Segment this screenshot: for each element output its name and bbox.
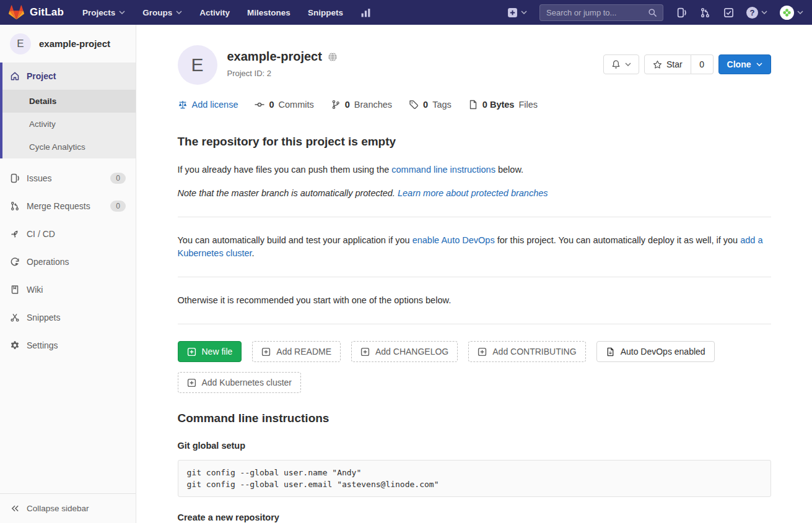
chevron-down-icon <box>521 11 527 14</box>
otherwise-text: Otherwise it is recommended you start wi… <box>178 294 771 307</box>
sidebar-item-merge-requests[interactable]: Merge Requests 0 <box>0 192 136 220</box>
issues-dashboard-icon[interactable] <box>676 7 687 18</box>
tags-count: 0 <box>423 100 428 110</box>
code-line: git config --global user.email "astevens… <box>187 478 762 490</box>
merge-requests-dashboard-icon[interactable] <box>699 7 710 18</box>
sidebar-subitem-details[interactable]: Details <box>2 90 136 113</box>
add-readme-label: Add README <box>276 347 331 357</box>
push-instructions-text: If you already have files you can push t… <box>178 163 771 176</box>
nav-groups-label: Groups <box>142 8 172 17</box>
sidebar-item-wiki[interactable]: Wiki <box>0 275 136 303</box>
nav-activity[interactable]: Activity <box>199 8 230 17</box>
chevron-down-icon <box>119 11 125 14</box>
sidebar-nav: Project Details Activity Cycle Analytics… <box>0 63 136 359</box>
sidebar-item-operations[interactable]: Operations <box>0 248 136 275</box>
auto-devops-text: You can automatically build and test you… <box>178 234 771 260</box>
sidebar-item-snippets[interactable]: Snippets <box>0 303 136 331</box>
sidebar-item-merge-requests-label: Merge Requests <box>27 201 90 211</box>
sidebar-item-project[interactable]: Project <box>2 63 136 90</box>
plus-square-icon <box>507 7 518 18</box>
bar-chart-icon[interactable] <box>360 7 372 18</box>
issues-count-badge: 0 <box>110 173 126 184</box>
nav-groups[interactable]: Groups <box>142 8 182 17</box>
empty-repo-heading: The repository for this project is empty <box>178 135 771 149</box>
book-icon <box>10 285 20 295</box>
sidebar-item-settings[interactable]: Settings <box>0 331 136 359</box>
nav-milestones[interactable]: Milestones <box>247 8 290 17</box>
search-icon <box>648 8 657 17</box>
todos-icon[interactable] <box>723 7 734 18</box>
protected-branches-link[interactable]: Learn more about protected branches <box>398 188 548 198</box>
project-title: example-project <box>227 50 322 64</box>
divider <box>178 277 771 277</box>
sidebar-project-context[interactable]: E example-project <box>0 25 136 63</box>
add-kubernetes-cluster-button[interactable]: Add Kubernetes cluster <box>178 372 302 393</box>
chevron-down-icon <box>761 11 767 14</box>
sidebar-item-snippets-label: Snippets <box>27 313 60 322</box>
project-actions: Star 0 Clone <box>603 54 771 85</box>
sidebar-item-issues[interactable]: Issues 0 <box>0 164 136 192</box>
clone-button[interactable]: Clone <box>718 54 771 74</box>
sidebar-subitem-details-label: Details <box>29 97 56 106</box>
files-size: 0 Bytes <box>482 100 515 110</box>
star-icon <box>653 60 662 69</box>
plus-square-icon <box>261 347 271 357</box>
auto-devops-enabled-label: Auto DevOps enabled <box>621 347 705 357</box>
files-stat[interactable]: 0 Bytes Files <box>468 100 538 110</box>
scissors-icon <box>10 313 20 322</box>
add-changelog-label: Add CHANGELOG <box>375 347 448 357</box>
new-file-button[interactable]: New file <box>178 341 242 362</box>
code-line: git config --global user.name "Andy" <box>187 467 762 478</box>
sidebar-item-ci-cd[interactable]: CI / CD <box>0 220 136 248</box>
nav-snippets[interactable]: Snippets <box>308 8 343 17</box>
top-navbar: GitLab Projects Groups Activity Mileston… <box>0 0 812 25</box>
nav-milestones-label: Milestones <box>247 8 290 17</box>
add-readme-button[interactable]: Add README <box>252 341 341 362</box>
user-menu[interactable] <box>780 6 803 20</box>
operations-icon <box>10 257 20 267</box>
help-menu[interactable]: ? <box>746 7 767 19</box>
sidebar-subitem-cycle-analytics-label: Cycle Analytics <box>29 142 85 152</box>
tanuki-logo-icon <box>9 5 24 20</box>
add-contributing-label: Add CONTRIBUTING <box>492 347 576 357</box>
add-contributing-button[interactable]: Add CONTRIBUTING <box>468 341 585 362</box>
commits-stat[interactable]: 0 Commits <box>255 100 313 110</box>
new-menu-button[interactable] <box>507 7 527 18</box>
brand-wordmark: GitLab <box>30 6 64 19</box>
nav-projects[interactable]: Projects <box>82 8 125 17</box>
notifications-button[interactable] <box>603 54 639 74</box>
add-license-link[interactable]: Add license <box>178 100 238 110</box>
sidebar-subitem-cycle-analytics[interactable]: Cycle Analytics <box>2 136 136 158</box>
protected-branch-note: Note that the master branch is automatic… <box>178 187 771 200</box>
gitlab-home-link[interactable]: GitLab <box>9 5 64 20</box>
text-segment: You can automatically build and test you… <box>178 235 413 245</box>
nav-projects-label: Projects <box>82 8 115 17</box>
sidebar-subitem-activity-label: Activity <box>29 119 56 129</box>
sidebar-item-wiki-label: Wiki <box>27 285 43 295</box>
auto-devops-enabled-button[interactable]: Auto DevOps enabled <box>596 341 715 362</box>
sidebar-subitem-activity[interactable]: Activity <box>2 113 136 136</box>
plus-square-icon <box>360 347 370 357</box>
branches-stat[interactable]: 0 Branches <box>331 100 392 110</box>
add-license-label: Add license <box>192 100 238 110</box>
plus-square-icon <box>187 378 196 387</box>
sidebar-item-settings-label: Settings <box>27 340 58 350</box>
issues-icon <box>10 173 20 183</box>
files-label: Files <box>518 100 538 110</box>
chevron-down-icon <box>625 63 631 66</box>
star-button[interactable]: Star <box>644 54 691 74</box>
enable-auto-devops-link[interactable]: enable Auto DevOps <box>413 235 495 245</box>
merge-requests-count-badge: 0 <box>110 201 126 212</box>
collapse-sidebar-button[interactable]: Collapse sidebar <box>0 493 136 523</box>
tags-stat[interactable]: 0 Tags <box>409 100 452 110</box>
bell-icon <box>611 59 621 69</box>
search-input[interactable] <box>546 8 648 17</box>
command-line-instructions-link[interactable]: command line instructions <box>391 165 495 175</box>
gear-icon <box>10 340 20 350</box>
branches-label: Branches <box>354 100 392 110</box>
git-global-setup-code[interactable]: git config --global user.name "Andy" git… <box>178 460 771 497</box>
sidebar-item-project-label: Project <box>27 71 56 81</box>
add-changelog-button[interactable]: Add CHANGELOG <box>351 341 458 362</box>
star-count[interactable]: 0 <box>691 54 714 74</box>
global-search[interactable] <box>539 4 663 21</box>
